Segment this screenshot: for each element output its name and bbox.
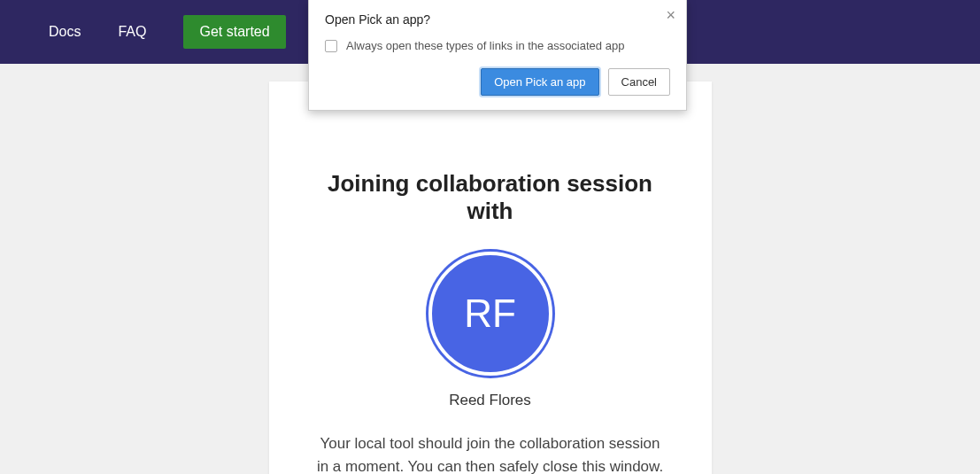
main-container: Joining collaboration session with RF Re…	[0, 64, 980, 474]
checkbox-row: Always open these types of links in the …	[325, 39, 670, 52]
cancel-button[interactable]: Cancel	[608, 68, 670, 96]
nav-faq-link[interactable]: FAQ	[118, 24, 146, 40]
always-open-checkbox[interactable]	[325, 40, 337, 52]
open-app-button[interactable]: Open Pick an app	[481, 68, 598, 96]
always-open-label: Always open these types of links in the …	[346, 39, 624, 52]
dialog-buttons: Open Pick an app Cancel	[325, 68, 670, 96]
close-icon[interactable]: ×	[666, 7, 675, 23]
session-title: Joining collaboration session with	[305, 170, 676, 225]
open-app-dialog: × Open Pick an app? Always open these ty…	[308, 0, 687, 111]
dialog-title: Open Pick an app?	[325, 12, 670, 27]
nav-docs-link[interactable]: Docs	[49, 24, 81, 40]
avatar-wrap: RF	[305, 252, 676, 376]
avatar: RF	[428, 252, 552, 376]
get-started-button[interactable]: Get started	[183, 15, 285, 49]
session-card: Joining collaboration session with RF Re…	[269, 82, 712, 474]
session-description: Your local tool should join the collabor…	[305, 432, 676, 474]
user-name: Reed Flores	[305, 392, 676, 409]
